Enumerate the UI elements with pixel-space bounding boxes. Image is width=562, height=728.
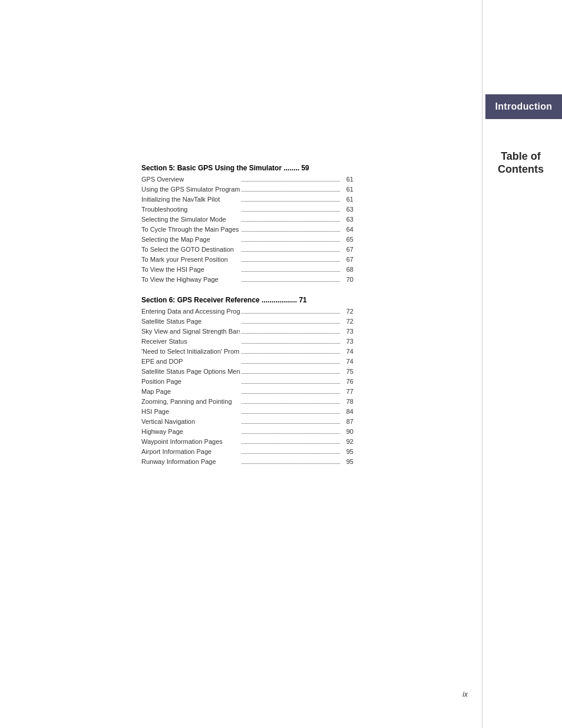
entry-page: 90 (342, 427, 353, 437)
section-heading-section6: Section 6: GPS Receiver Reference ......… (141, 296, 353, 304)
toc-entry: Sky View and Signal Strength Bars73 (141, 327, 353, 337)
entry-title: Map Page (141, 387, 240, 397)
entry-dots (242, 261, 340, 262)
toc-entry: To View the HSI Page68 (141, 265, 353, 275)
entry-title: EPE and DOP (141, 357, 240, 367)
toc-entry: Vertical Navigation87 (141, 417, 353, 427)
right-border (482, 0, 482, 728)
entry-title: 'Need to Select Initialization' Prompt (141, 347, 240, 357)
toc-entry: To Mark your Present Position67 (141, 255, 353, 265)
entry-title: HSI Page (141, 407, 240, 417)
toc-entry: Map Page77 (141, 387, 353, 397)
entry-title: To Select the GOTO Destination (141, 245, 240, 255)
toc-entry: Highway Page90 (141, 427, 353, 437)
entry-page: 78 (342, 397, 353, 407)
entry-dots (242, 241, 340, 242)
entry-dots (242, 333, 340, 334)
intro-label: Introduction (495, 101, 553, 111)
entry-title: Selecting the Simulator Mode (141, 215, 240, 225)
entry-dots (242, 403, 340, 404)
entry-dots (242, 181, 340, 182)
entry-dots (242, 201, 340, 202)
toc-entry: EPE and DOP74 (141, 357, 353, 367)
toc-entry: To Select the GOTO Destination67 (141, 245, 353, 255)
entry-page: 67 (342, 255, 353, 265)
toc-entry: 'Need to Select Initialization' Prompt74 (141, 347, 353, 357)
entry-dots (242, 191, 340, 192)
toc-entry: GPS Overview61 (141, 174, 353, 185)
entry-title: To View the Highway Page (141, 275, 240, 285)
entry-dots (242, 211, 340, 212)
toc-entry: To View the Highway Page70 (141, 275, 353, 285)
entry-dots (242, 363, 340, 364)
entry-page: 64 (342, 225, 353, 235)
page-container: Introduction Table ofContents Section 5:… (0, 0, 562, 728)
entry-dots (242, 281, 340, 282)
entry-dots (242, 323, 340, 324)
toc-entry: Zooming, Panning and Pointing78 (141, 397, 353, 407)
entry-page: 72 (342, 307, 353, 317)
entry-dots (242, 251, 340, 252)
entry-page: 77 (342, 387, 353, 397)
entry-title: Selecting the Map Page (141, 235, 240, 245)
entry-dots (242, 423, 340, 424)
entry-dots (242, 413, 340, 414)
entry-title: Satellite Status Page (141, 317, 240, 327)
entry-page: 92 (342, 437, 353, 447)
toc-entry: Troubleshooting63 (141, 205, 353, 215)
entry-title: Airport Information Page (141, 447, 240, 457)
entry-dots (242, 313, 340, 314)
entry-page: 74 (342, 357, 353, 367)
entry-dots (242, 383, 340, 384)
page-number: ix (462, 690, 468, 699)
entry-dots (242, 443, 340, 444)
entry-title: Sky View and Signal Strength Bars (141, 327, 240, 337)
entry-title: Entering Data and Accessing Programming (141, 307, 240, 317)
entry-title: To Cycle Through the Main Pages (141, 225, 240, 235)
entry-page: 73 (342, 327, 353, 337)
entry-page: 95 (342, 447, 353, 457)
entry-dots (242, 393, 340, 394)
entry-title: Waypoint Information Pages (141, 437, 240, 447)
toc-entry: Using the GPS Simulator Program61 (141, 185, 353, 195)
toc-entry: Selecting the Simulator Mode63 (141, 215, 353, 225)
entry-dots (242, 463, 340, 464)
entry-page: 61 (342, 174, 353, 185)
main-content: Section 5: Basic GPS Using the Simulator… (141, 153, 353, 467)
intro-tab: Introduction (485, 94, 562, 119)
toc-entry: Receiver Status73 (141, 337, 353, 347)
entry-page: 63 (342, 215, 353, 225)
toc-entry: To Cycle Through the Main Pages64 (141, 225, 353, 235)
toc-entry: Entering Data and Accessing Programming7… (141, 307, 353, 317)
entry-page: 61 (342, 195, 353, 205)
entry-page: 74 (342, 347, 353, 357)
entry-page: 84 (342, 407, 353, 417)
entry-dots (242, 271, 340, 272)
entry-title: Satellite Status Page Options Menu (141, 367, 240, 377)
entry-title: Initializing the NavTalk Pilot (141, 195, 240, 205)
entry-page: 95 (342, 457, 353, 467)
toc-entry: Selecting the Map Page65 (141, 235, 353, 245)
entry-dots (242, 221, 340, 222)
toc-entry: Satellite Status Page Options Menu75 (141, 367, 353, 377)
entry-title: Receiver Status (141, 337, 240, 347)
toc-entry: HSI Page84 (141, 407, 353, 417)
toc-entry: Waypoint Information Pages92 (141, 437, 353, 447)
section-heading-section5: Section 5: Basic GPS Using the Simulator… (141, 164, 353, 172)
entry-title: Troubleshooting (141, 205, 240, 215)
entry-dots (242, 353, 340, 354)
toc-label: Table ofContents (485, 150, 556, 176)
entry-dots (242, 433, 340, 434)
entry-page: 87 (342, 417, 353, 427)
entry-title: Vertical Navigation (141, 417, 240, 427)
toc-entry: Runway Information Page95 (141, 457, 353, 467)
entry-page: 75 (342, 367, 353, 377)
entry-page: 73 (342, 337, 353, 347)
entry-title: Zooming, Panning and Pointing (141, 397, 240, 407)
toc-entry: Position Page76 (141, 377, 353, 387)
entry-title: Runway Information Page (141, 457, 240, 467)
toc-entry: Airport Information Page95 (141, 447, 353, 457)
entry-title: To View the HSI Page (141, 265, 240, 275)
entry-page: 70 (342, 275, 353, 285)
entry-dots (242, 231, 340, 232)
